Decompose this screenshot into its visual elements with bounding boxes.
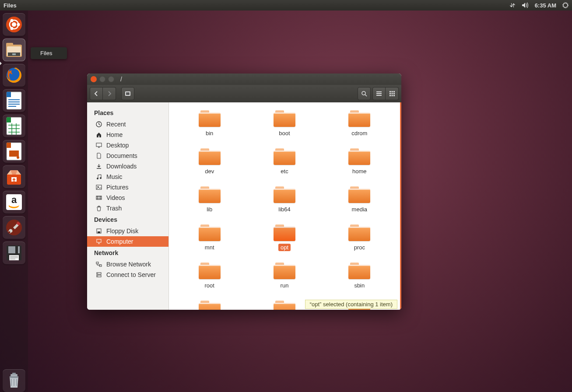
folder-etc[interactable]: etc [249, 148, 319, 175]
sidebar-item-music[interactable]: Music [87, 172, 168, 182]
sidebar-header: Places [87, 107, 168, 119]
svg-rect-54 [98, 231, 100, 233]
folder-label: opt [278, 244, 291, 251]
launcher-amazon[interactable]: a [3, 191, 25, 214]
svg-rect-12 [12, 53, 16, 55]
sidebar-item-label: Browse Network [106, 261, 151, 268]
sidebar-item-label: Home [106, 131, 123, 138]
sidebar: PlacesRecentHomeDesktopDocumentsDownload… [87, 102, 169, 310]
folder-icon [199, 110, 221, 127]
sidebar-item-documents[interactable]: Documents [87, 150, 168, 161]
folder-mnt[interactable]: mnt [174, 224, 245, 251]
svg-rect-29 [8, 246, 20, 253]
launcher-settings[interactable] [3, 216, 25, 239]
sidebar-item-downloads[interactable]: Downloads [87, 161, 168, 172]
sidebar-item-trash[interactable]: Trash [87, 203, 168, 214]
folder-label: cdrom [349, 130, 369, 137]
window-minimize-button[interactable] [99, 76, 105, 82]
folder-media[interactable]: media [324, 186, 395, 213]
files-window: / PlacesRecentHomeDesktopDocumentsDownlo… [87, 74, 401, 310]
launcher: a [0, 10, 28, 392]
folder-label: etc [278, 168, 290, 175]
svg-point-49 [100, 177, 102, 179]
sidebar-item-connect-to-server[interactable]: Connect to Server [87, 270, 168, 280]
grid-view-button[interactable] [386, 87, 399, 100]
sidebar-item-recent[interactable]: Recent [87, 119, 168, 130]
sidebar-item-desktop[interactable]: Desktop [87, 140, 168, 150]
folder-opt[interactable]: opt [249, 224, 319, 251]
server-icon [96, 272, 103, 278]
svg-rect-35 [126, 92, 130, 95]
forward-button[interactable] [103, 87, 116, 100]
top-menubar: Files 6:35 AM [0, 0, 572, 10]
clock-time[interactable]: 6:35 AM [535, 2, 556, 9]
sidebar-item-label: Desktop [106, 142, 129, 149]
svg-rect-43 [390, 95, 391, 96]
folder-label: sbin [352, 282, 367, 289]
sidebar-item-floppy-disk[interactable]: Floppy Disk [87, 226, 168, 236]
folder-cdrom[interactable]: cdrom [324, 110, 395, 137]
titlebar[interactable]: / [87, 74, 401, 85]
folder-proc[interactable]: proc [324, 224, 395, 251]
svg-rect-42 [393, 93, 395, 94]
sidebar-item-home[interactable]: Home [87, 130, 168, 140]
launcher-dash[interactable] [3, 13, 25, 36]
svg-rect-20 [9, 150, 19, 157]
svg-rect-9 [6, 43, 13, 46]
sidebar-item-label: Documents [106, 152, 137, 159]
folder-icon [274, 186, 295, 203]
folder-srv[interactable]: srv [174, 301, 245, 310]
sidebar-item-pictures[interactable]: Pictures [87, 182, 168, 192]
folder-label: media [350, 206, 369, 213]
svg-rect-45 [393, 95, 395, 96]
launcher-firefox[interactable] [3, 64, 25, 87]
folder-label: run [278, 282, 291, 289]
folder-sbin[interactable]: sbin [324, 262, 395, 289]
svg-rect-30 [15, 246, 18, 253]
launcher-files[interactable] [3, 38, 25, 61]
folder-dev[interactable]: dev [174, 148, 245, 175]
launcher-software-center[interactable] [3, 165, 25, 188]
folder-bin[interactable]: bin [174, 110, 245, 137]
folder-label: bin [204, 130, 215, 137]
floppy-icon [96, 228, 103, 234]
svg-point-0 [563, 3, 568, 7]
folder-root[interactable]: root [174, 262, 245, 289]
window-close-button[interactable] [91, 76, 97, 82]
folder-icon [274, 262, 295, 279]
folder-home[interactable]: home [324, 148, 395, 175]
folder-icon [274, 301, 295, 310]
folder-lib64[interactable]: lib64 [249, 186, 319, 213]
svg-point-3 [12, 22, 16, 27]
file-view[interactable]: binbootcdromdevetchomeliblib64mediamntop… [169, 102, 401, 310]
folder-label: root [202, 282, 216, 289]
launcher-impress[interactable] [3, 140, 25, 163]
svg-rect-37 [390, 91, 391, 92]
sidebar-item-videos[interactable]: Videos [87, 192, 168, 203]
sidebar-item-computer[interactable]: Computer [87, 236, 168, 247]
folder-lib[interactable]: lib [174, 186, 245, 213]
folder-icon [274, 224, 295, 241]
sidebar-item-label: Downloads [106, 163, 137, 170]
sound-indicator-icon[interactable] [522, 2, 529, 8]
svg-point-27 [8, 231, 11, 234]
window-maximize-button[interactable] [108, 76, 114, 82]
folder-boot[interactable]: boot [249, 110, 319, 137]
launcher-writer[interactable] [3, 89, 25, 112]
folder-run[interactable]: run [249, 262, 319, 289]
search-button[interactable] [358, 87, 371, 100]
launcher-save-floppy[interactable] [3, 242, 25, 264]
network-indicator-icon[interactable] [509, 2, 516, 8]
list-view-button[interactable] [372, 87, 386, 100]
launcher-trash[interactable] [3, 369, 25, 392]
path-root-button[interactable] [121, 87, 134, 100]
folder-label: home [350, 168, 369, 175]
session-indicator-icon[interactable] [562, 2, 568, 8]
launcher-calc[interactable] [3, 115, 25, 137]
sidebar-item-browse-network[interactable]: Browse Network [87, 259, 168, 270]
network-icon [96, 261, 103, 267]
active-app-name[interactable]: Files [4, 2, 17, 9]
folder-icon [199, 148, 221, 165]
back-button[interactable] [90, 87, 103, 100]
svg-point-60 [97, 273, 98, 274]
